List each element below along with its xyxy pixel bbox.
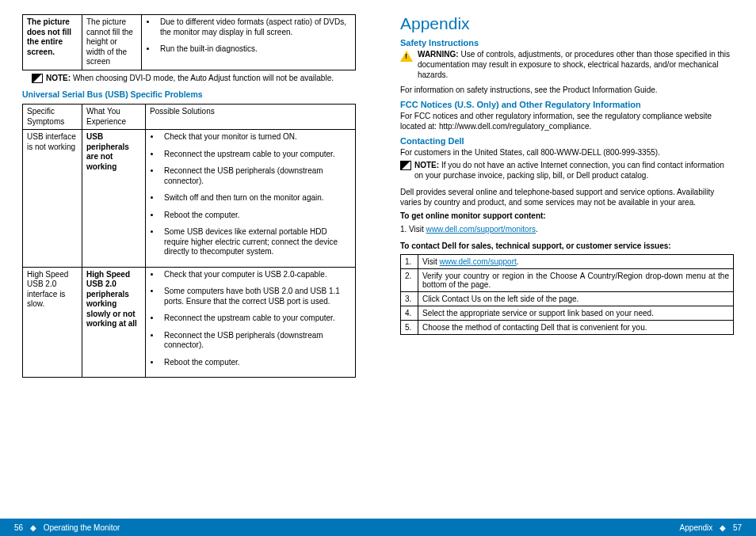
step-num: 2.	[401, 269, 418, 292]
footer-bar: 56 ◆ Operating the Monitor Appendix ◆ 57	[0, 519, 756, 536]
step-num: 4.	[401, 306, 418, 321]
table-row: 4. Select the appropriate service or sup…	[401, 306, 734, 321]
link-support-monitors[interactable]: www.dell.com/support/monitors	[426, 225, 536, 234]
left-page: The picture does not fill the entire scr…	[0, 0, 378, 536]
bullet: Reconnect the USB peripherals (downstrea…	[161, 331, 351, 351]
row1-experience: USB peripherals are not working	[82, 130, 146, 268]
bullet: Some computers have both USB 2.0 and USB…	[161, 287, 351, 306]
step-num: 5.	[401, 321, 418, 335]
note-text: NOTE: If you do not have an active Inter…	[414, 161, 734, 181]
note-text: NOTE: When choosing DVI-D mode, the Auto…	[46, 74, 334, 84]
step-num: 3.	[401, 292, 418, 306]
page-number-left: 56	[14, 523, 23, 532]
bullet: Check that your monitor is turned ON.	[161, 132, 351, 143]
bullet: Reconnect the USB peripherals (downstrea…	[161, 166, 351, 186]
fcc-heading: FCC Notices (U.S. Only) and Other Regula…	[400, 100, 734, 109]
bullet: Reboot the computer.	[161, 358, 351, 368]
table-row: 5. Choose the method of contacting Dell …	[401, 321, 734, 335]
section-title-left: Operating the Monitor	[44, 523, 120, 532]
step-text: Visit www.dell.com/support.	[418, 255, 734, 269]
online-support-heading: To get online monitor support content:	[400, 211, 734, 221]
para-safety-info: For information on safety instructions, …	[400, 85, 734, 95]
note-icon	[400, 161, 411, 170]
table-row: 3. Click Contact Us on the left side of …	[401, 292, 734, 306]
para-fcc: For FCC notices and other regulatory inf…	[400, 111, 734, 131]
online-support-step: 1. Visit www.dell.com/support/monitors.	[400, 224, 734, 234]
bullet: Run the built-in diagnostics.	[157, 44, 351, 55]
safety-heading: Safety Instructions	[400, 38, 734, 48]
note-icon	[32, 74, 43, 83]
row1-solutions: Check that your monitor is turned ON. Re…	[146, 130, 356, 268]
col-header-symptoms: Specific Symptoms	[23, 105, 82, 130]
warning-block: WARNING: Use of controls, adjustments, o…	[400, 49, 734, 80]
step-text: Choose the method of contacting Dell tha…	[418, 321, 734, 335]
contacting-dell-heading: Contacting Dell	[400, 136, 734, 146]
footer-right: Appendix ◆ 57	[680, 523, 742, 532]
bullet: Check that your computer is USB 2.0-capa…	[161, 270, 351, 280]
bullet: Some USB devices like external portable …	[161, 227, 351, 257]
col-header-solutions: Possible Solutions	[146, 105, 356, 130]
diamond-icon: ◆	[720, 523, 726, 532]
step-text: Select the appropriate service or suppor…	[418, 306, 734, 321]
contact-issues-heading: To contact Dell for sales, technical sup…	[400, 241, 734, 251]
bullet: Reconnect the upstream cable to your com…	[161, 150, 351, 160]
row2-experience: High Speed USB 2.0 peripherals working s…	[82, 267, 146, 378]
table-picture-fill: The picture does not fill the entire scr…	[22, 14, 356, 70]
table-usb-problems: Specific Symptoms What You Experience Po…	[22, 104, 356, 378]
bullet: Reboot the computer.	[161, 211, 351, 221]
step-num: 1.	[401, 255, 418, 269]
step-text: Click Contact Us on the left side of the…	[418, 292, 734, 306]
link-dell-support[interactable]: www.dell.com/support	[440, 257, 517, 266]
row1-symptom: USB interface is not working	[23, 130, 82, 268]
page-number-right: 57	[733, 523, 742, 532]
table-contact-steps: 1. Visit www.dell.com/support. 2. Verify…	[400, 254, 734, 335]
bullet: Due to different video formats (aspect r…	[157, 17, 351, 37]
section-title-right: Appendix	[680, 523, 713, 532]
bullet: Switch off and then turn on the monitor …	[161, 193, 351, 203]
table-row: 2. Verify your country or region in the …	[401, 269, 734, 292]
step-text: Verify your country or region in the Cho…	[418, 269, 734, 292]
appendix-title: Appendix	[400, 14, 734, 33]
bullet: Reconnect the upstream cable to your com…	[161, 314, 351, 324]
row2-solutions: Check that your computer is USB 2.0-capa…	[146, 267, 356, 378]
warning-text: WARNING: Use of controls, adjustments, o…	[418, 49, 734, 80]
para-support-options: Dell provides several online and telepho…	[400, 187, 734, 207]
table-row: 1. Visit www.dell.com/support.	[401, 255, 734, 269]
diamond-icon: ◆	[30, 523, 36, 532]
note-dvi: NOTE: When choosing DVI-D mode, the Auto…	[32, 74, 356, 84]
warning-icon	[400, 51, 413, 62]
col-header-experience: What You Experience	[82, 105, 146, 130]
row2-symptom: High Speed USB 2.0 interface is slow.	[23, 267, 82, 378]
cell-experience: The picture cannot fill the height or wi…	[82, 15, 142, 70]
cell-symptom: The picture does not fill the entire scr…	[23, 15, 82, 70]
para-contact-us: For customers in the United States, call…	[400, 147, 734, 158]
usb-problems-heading: Universal Serial Bus (USB) Specific Prob…	[22, 89, 356, 99]
cell-solutions: Due to different video formats (aspect r…	[142, 15, 356, 70]
page-spread: The picture does not fill the entire scr…	[0, 0, 756, 536]
note-internet: NOTE: If you do not have an active Inter…	[400, 161, 734, 181]
footer-left: 56 ◆ Operating the Monitor	[14, 523, 120, 532]
right-page: Appendix Safety Instructions WARNING: Us…	[378, 0, 756, 536]
